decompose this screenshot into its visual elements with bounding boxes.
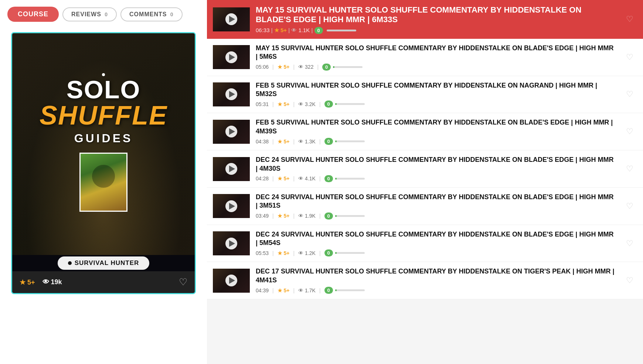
video-thumbnail-0[interactable]	[213, 45, 250, 69]
play-icon-1	[229, 91, 235, 98]
tab-comments[interactable]: COMMENTS 0	[120, 7, 183, 21]
video-item: FEB 5 SURVIVAL HUNTER SOLO SHUFFLE COMME…	[207, 76, 643, 113]
video-meta-2: 04:38 | ★ 5+ | 👁 1.3K | 0	[256, 138, 616, 145]
video-info-3: DEC 24 SURVIVAL HUNTER SOLO SHUFFLE COMM…	[256, 156, 616, 182]
tab-reviews[interactable]: REVIEWS 0	[62, 7, 117, 21]
card-title-shuffle: SHUFFLE	[40, 102, 167, 129]
video-item: DEC 24 SURVIVAL HUNTER SOLO SHUFFLE COMM…	[207, 150, 643, 188]
video-title-0[interactable]: MAY 15 SURVIVAL HUNTER SOLO SHUFFLE COMM…	[256, 44, 616, 61]
favorite-button[interactable]: ♡	[179, 276, 187, 288]
card-footer-stats: ★ 5+ 👁 19k	[20, 278, 62, 286]
video-info-6: DEC 17 SURVIVAL HUNTER SOLO SHUFFLE COMM…	[256, 267, 616, 294]
video-info-2: FEB 5 SURVIVAL HUNTER SOLO SHUFFLE COMME…	[256, 118, 616, 145]
progress-bar-3	[335, 178, 365, 180]
course-card-image: SOLO SHUFFLE GUIDES	[12, 33, 195, 255]
play-button-6[interactable]	[225, 275, 237, 286]
video-item: DEC 24 SURVIVAL HUNTER SOLO SHUFFLE COMM…	[207, 188, 643, 225]
play-button-5[interactable]	[225, 238, 237, 249]
featured-video-info: MAY 15 SURVIVAL HUNTER SOLO SHUFFLE COMM…	[256, 5, 616, 34]
play-icon-2	[229, 128, 235, 135]
progress-bar-6	[335, 289, 365, 291]
card-label-bar: SURVIVAL HUNTER	[12, 255, 195, 271]
left-panel: COURSE REVIEWS 0 COMMENTS 0 SOLO SHUFFLE…	[0, 0, 207, 364]
featured-thumbnail[interactable]	[213, 7, 250, 31]
right-panel: MAY 15 SURVIVAL HUNTER SOLO SHUFFLE COMM…	[207, 0, 643, 364]
favorite-button-3[interactable]: ♡	[622, 164, 637, 174]
video-title-2[interactable]: FEB 5 SURVIVAL HUNTER SOLO SHUFFLE COMME…	[256, 118, 616, 136]
video-item: DEC 17 SURVIVAL HUNTER SOLO SHUFFLE COMM…	[207, 262, 643, 299]
video-item: MAY 15 SURVIVAL HUNTER SOLO SHUFFLE COMM…	[207, 39, 643, 76]
play-icon-featured	[229, 16, 235, 23]
featured-video-title[interactable]: MAY 15 SURVIVAL HUNTER SOLO SHUFFLE COMM…	[256, 5, 616, 25]
play-icon-5	[229, 240, 235, 247]
progress-bar-0	[333, 66, 363, 68]
play-button-2[interactable]	[225, 126, 237, 137]
pill-dot	[68, 261, 72, 265]
video-info-5: DEC 24 SURVIVAL HUNTER SOLO SHUFFLE COMM…	[256, 230, 616, 257]
favorite-button-5[interactable]: ♡	[622, 239, 637, 248]
video-info-0: MAY 15 SURVIVAL HUNTER SOLO SHUFFLE COMM…	[256, 44, 616, 71]
video-thumbnail-3[interactable]	[213, 157, 250, 181]
favorite-button-1[interactable]: ♡	[622, 89, 637, 99]
video-info-4: DEC 24 SURVIVAL HUNTER SOLO SHUFFLE COMM…	[256, 193, 616, 220]
play-button-3[interactable]	[225, 163, 237, 175]
card-title-solo: SOLO	[67, 77, 141, 102]
avatar-face	[81, 154, 126, 211]
video-title-1[interactable]: FEB 5 SURVIVAL HUNTER SOLO SHUFFLE COMME…	[256, 81, 616, 99]
progress-bar-5	[335, 252, 365, 254]
video-item: FEB 5 SURVIVAL HUNTER SOLO SHUFFLE COMME…	[207, 113, 643, 150]
card-avatar	[79, 153, 127, 212]
video-title-5[interactable]: DEC 24 SURVIVAL HUNTER SOLO SHUFFLE COMM…	[256, 230, 616, 248]
progress-bar-4	[335, 215, 365, 217]
video-thumbnail-1[interactable]	[213, 82, 250, 106]
progress-bar-2	[335, 140, 365, 142]
play-icon-3	[229, 166, 235, 172]
play-icon-0	[229, 54, 235, 61]
video-meta-3: 04:28 | ★ 5+ | 👁 4.1K | 0	[256, 175, 616, 182]
video-thumbnail-2[interactable]	[213, 120, 250, 144]
video-thumbnail-4[interactable]	[213, 194, 250, 218]
video-thumbnail-6[interactable]	[213, 269, 250, 293]
progress-bar-1	[335, 103, 365, 105]
play-button-featured[interactable]	[225, 13, 237, 25]
view-count: 👁 19k	[42, 278, 62, 286]
video-meta-4: 03:49 | ★ 5+ | 👁 1.9K | 0	[256, 212, 616, 220]
card-footer: ★ 5+ 👁 19k ♡	[12, 271, 195, 293]
video-info-1: FEB 5 SURVIVAL HUNTER SOLO SHUFFLE COMME…	[256, 81, 616, 108]
video-title-3[interactable]: DEC 24 SURVIVAL HUNTER SOLO SHUFFLE COMM…	[256, 156, 616, 173]
video-meta-6: 04:39 | ★ 5+ | 👁 1.7K | 0	[256, 287, 616, 294]
video-meta-5: 05:53 | ★ 5+ | 👁 1.2K | 0	[256, 249, 616, 256]
card-title-guides: GUIDES	[74, 132, 133, 145]
favorite-button-6[interactable]: ♡	[622, 276, 637, 285]
featured-favorite-button[interactable]: ♡	[622, 14, 637, 24]
tab-course[interactable]: COURSE	[7, 7, 59, 22]
star-rating: ★ 5+	[20, 278, 35, 286]
featured-video: MAY 15 SURVIVAL HUNTER SOLO SHUFFLE COMM…	[207, 0, 643, 39]
video-meta-0: 05:06 | ★ 5+ | 👁 322 | 0	[256, 64, 616, 71]
play-button-1[interactable]	[225, 88, 237, 100]
favorite-button-2[interactable]: ♡	[622, 127, 637, 136]
play-button-0[interactable]	[225, 51, 237, 63]
play-icon-4	[229, 203, 235, 210]
featured-video-meta: 06:33 | ★ 5+ | 👁 1.1K | 0	[256, 27, 616, 34]
favorite-button-4[interactable]: ♡	[622, 201, 637, 211]
course-card: SOLO SHUFFLE GUIDES SURVIVAL HUNTER ★ 5+…	[11, 32, 196, 294]
video-meta-1: 05:31 | ★ 5+ | 👁 3.2K | 0	[256, 101, 616, 108]
video-title-6[interactable]: DEC 17 SURVIVAL HUNTER SOLO SHUFFLE COMM…	[256, 267, 616, 285]
favorite-button-0[interactable]: ♡	[622, 52, 637, 62]
play-button-4[interactable]	[225, 200, 237, 212]
tab-bar: COURSE REVIEWS 0 COMMENTS 0	[0, 0, 207, 28]
video-item: DEC 24 SURVIVAL HUNTER SOLO SHUFFLE COMM…	[207, 225, 643, 262]
video-title-4[interactable]: DEC 24 SURVIVAL HUNTER SOLO SHUFFLE COMM…	[256, 193, 616, 210]
video-list: MAY 15 SURVIVAL HUNTER SOLO SHUFFLE COMM…	[207, 39, 643, 299]
survival-hunter-pill: SURVIVAL HUNTER	[58, 256, 150, 270]
play-icon-6	[229, 277, 235, 284]
video-thumbnail-5[interactable]	[213, 231, 250, 255]
